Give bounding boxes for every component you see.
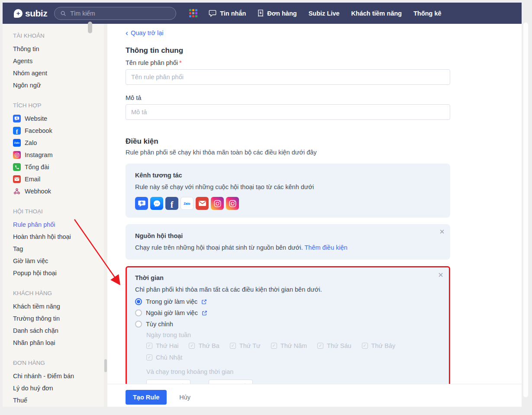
sidebar-item-label: Popup hội thoại	[13, 269, 57, 277]
checkbox-tuesday[interactable]: ✓Thứ Ba	[189, 342, 219, 349]
channel-icon-row: f Zalo	[135, 197, 441, 210]
channel-instagram-icon-2[interactable]	[226, 197, 239, 210]
rule-name-label-text: Tên rule phân phối	[126, 59, 178, 66]
nav-item-stats[interactable]: Thống kê	[413, 10, 441, 17]
sidebar-item-ly-do-huy-don[interactable]: Lý do huỷ đơn	[13, 382, 103, 394]
channel-email-icon[interactable]	[196, 197, 209, 210]
channel-instagram-icon[interactable]	[211, 197, 224, 210]
nav-item-subiz-live[interactable]: Subiz Live	[309, 10, 340, 17]
sidebar-item-label: Hoàn thành hội thoại	[13, 233, 71, 241]
checkbox-wednesday[interactable]: ✓Thứ Tư	[230, 342, 261, 349]
zalo-glyph: Zalo	[184, 202, 190, 206]
radio-in-working-hours[interactable]: Trong giờ làm việc	[135, 298, 441, 305]
channel-zalo-icon[interactable]: Zalo	[181, 197, 193, 210]
search-input[interactable]	[70, 10, 157, 17]
time-to-input[interactable]: 11:59 CH	[209, 380, 253, 384]
sidebar-item-hoan-thanh-hoi-thoai[interactable]: Hoàn thành hội thoại	[13, 231, 103, 243]
checkbox-checked-icon: ✓	[146, 354, 152, 360]
checkbox-monday[interactable]: ✓Thứ Hai	[146, 342, 178, 349]
sidebar-item-khach-tiem-nang[interactable]: Khách tiềm năng	[13, 300, 103, 312]
description-label: Mô tả	[126, 94, 522, 101]
chat-bubble-icon	[209, 10, 216, 17]
clock-icon	[180, 383, 186, 384]
checkbox-checked-icon: ✓	[271, 343, 277, 349]
checkbox-checked-icon: ✓	[230, 343, 236, 349]
source-box-desc: Chạy rule trên những hội thoại phát sinh…	[135, 243, 441, 252]
sidebar-item-don-vi-tien-te[interactable]: Đơn vị tiền tệ	[13, 406, 103, 407]
back-chevron-icon: ‹	[126, 30, 128, 36]
external-link-icon[interactable]	[202, 310, 207, 316]
sidebar-item-agents[interactable]: Agents	[13, 55, 103, 67]
checkbox-checked-icon: ✓	[317, 343, 323, 349]
channel-messenger-icon[interactable]	[150, 197, 163, 210]
subiz-logo[interactable]: + subiz	[14, 8, 47, 19]
apps-grid-icon[interactable]	[189, 9, 197, 17]
radio-custom[interactable]: Tùy chỉnh	[135, 321, 441, 328]
checkbox-checked-icon: ✓	[362, 343, 368, 349]
page-scrollbar[interactable]	[522, 0, 532, 415]
time-condition-box: × Thời gian Chỉ phân phối khi thỏa mãn t…	[126, 266, 450, 384]
global-search[interactable]	[54, 7, 176, 20]
sidebar-item-label: Lý do huỷ đơn	[13, 384, 53, 392]
nav-item-messages[interactable]: Tin nhắn	[209, 10, 246, 17]
back-link[interactable]: ‹ Quay trở lại	[126, 29, 164, 36]
sidebar-item-ngon-ngu[interactable]: Ngôn ngữ	[13, 79, 103, 91]
facebook-icon: f	[13, 127, 21, 135]
create-rule-button[interactable]: Tạo Rule	[126, 390, 167, 405]
sidebar-item-tong-dai[interactable]: Tổng đài	[13, 161, 103, 173]
sidebar-item-label: Thuế	[13, 396, 27, 405]
sidebar-item-thong-tin[interactable]: Thông tin	[13, 43, 103, 55]
nav-item-leads[interactable]: Khách tiềm năng	[351, 10, 402, 17]
cancel-button[interactable]: Hủy	[179, 394, 190, 401]
day-label: Thứ Sáu	[327, 342, 351, 349]
page-scrollbar-thumb[interactable]	[523, 23, 528, 397]
source-condition-box: × Nguồn hội thoại Chạy rule trên những h…	[126, 224, 450, 260]
sidebar-item-facebook[interactable]: f Facebook	[13, 125, 103, 137]
nav-item-orders[interactable]: $ Đơn hàng	[258, 10, 297, 17]
day-label: Thứ Năm	[281, 342, 307, 349]
checkbox-friday[interactable]: ✓Thứ Sáu	[317, 342, 351, 349]
sidebar-item-rule-phan-phoi[interactable]: Rule phân phối	[13, 219, 103, 231]
sidebar-scrollbar-thumb[interactable]	[104, 359, 107, 372]
checkbox-thursday[interactable]: ✓Thứ Năm	[271, 342, 307, 349]
sidebar-item-nhan-phan-loai[interactable]: Nhãn phân loại	[13, 337, 103, 349]
time-from-input[interactable]: 12:00 SA	[146, 380, 190, 384]
form-footer: Tạo Rule Hủy	[107, 384, 522, 407]
sidebar-item-label: Tag	[13, 245, 23, 253]
sidebar-item-truong-thong-tin[interactable]: Trường thông tin	[13, 312, 103, 325]
app-window: + subiz Tin nhắn $ Đơn hàng Subiz Live K…	[3, 3, 522, 407]
sidebar-item-website[interactable]: Website	[13, 113, 103, 125]
external-link-icon[interactable]	[201, 299, 207, 305]
channel-facebook-icon[interactable]: f	[165, 197, 178, 210]
close-icon[interactable]: ×	[438, 270, 443, 279]
rule-name-input[interactable]	[126, 69, 450, 85]
day-label: Thứ Bảy	[371, 342, 396, 349]
sidebar-item-nhom-agent[interactable]: Nhóm agent	[13, 67, 103, 79]
sidebar-item-gio-lam-viec[interactable]: Giờ làm việc	[13, 255, 103, 267]
checkbox-saturday[interactable]: ✓Thứ Bảy	[362, 342, 396, 349]
sidebar-item-label: Website	[25, 115, 47, 123]
sidebar-item-zalo[interactable]: Zalo Zalo	[13, 137, 103, 149]
sidebar-item-instagram[interactable]: Instagram	[13, 149, 103, 161]
sidebar-item-danh-sach-chan[interactable]: Danh sách chặn	[13, 325, 103, 337]
checkbox-sunday[interactable]: ✓Chủ Nhật	[146, 354, 182, 361]
rule-name-label: Tên rule phân phối*	[126, 59, 522, 66]
sidebar-section-customers: KHÁCH HÀNG	[13, 290, 103, 296]
sidebar-item-tag[interactable]: Tag	[13, 243, 103, 255]
radio-outside-working-hours[interactable]: Ngoài giờ làm việc	[135, 309, 441, 316]
settings-sidebar: TÀI KHOẢN Thông tin Agents Nhóm agent Ng…	[3, 24, 107, 407]
sidebar-item-email[interactable]: Email	[13, 173, 103, 185]
add-condition-link[interactable]: Thêm điều kiện	[304, 244, 347, 251]
close-icon[interactable]: ×	[439, 227, 445, 236]
sidebar-item-thue[interactable]: Thuế	[13, 394, 103, 406]
sidebar-item-webhook[interactable]: Webhook	[13, 185, 103, 197]
sidebar-item-chi-nhanh[interactable]: Chi nhánh - Điểm bán	[13, 370, 103, 382]
sidebar-item-popup-hoi-thoai[interactable]: Popup hội thoại	[13, 267, 103, 279]
sidebar-scrollbar[interactable]	[104, 24, 107, 407]
days-row-1: ✓Thứ Hai ✓Thứ Ba ✓Thứ Tư ✓Thứ Năm ✓Thứ S…	[146, 342, 441, 349]
sidebar-scroll-handle[interactable]	[88, 22, 92, 33]
time-box-title: Thời gian	[135, 274, 441, 281]
sidebar-section-account: TÀI KHOẢN	[13, 32, 103, 39]
channel-subiz-icon[interactable]	[135, 197, 148, 210]
description-input[interactable]	[126, 104, 450, 120]
